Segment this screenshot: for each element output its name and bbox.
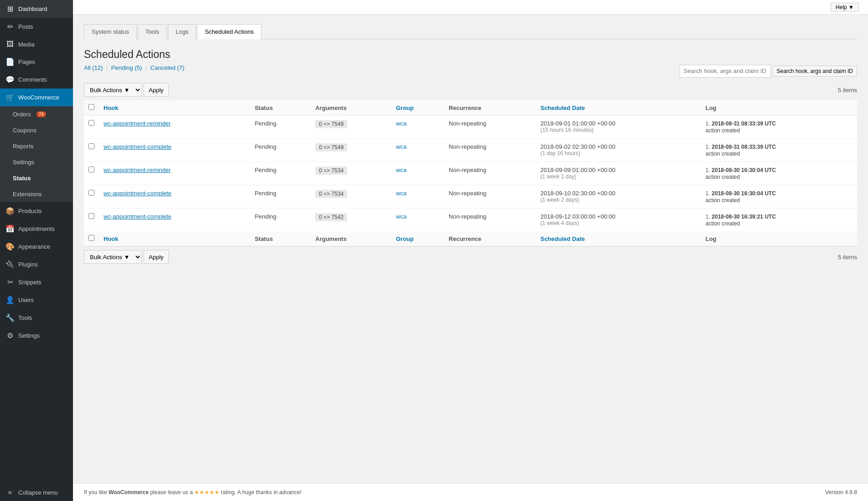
row-hook: wc-appointment-complete bbox=[99, 185, 250, 209]
row-checkbox-cell bbox=[84, 185, 99, 209]
hook-link-0[interactable]: wc-appointment-reminder bbox=[104, 120, 171, 127]
help-button[interactable]: Help ▼ bbox=[831, 3, 859, 12]
search-button[interactable]: Search hook, args and claim ID bbox=[773, 66, 857, 77]
select-all-checkbox[interactable] bbox=[88, 104, 94, 110]
collapse-icon: « bbox=[5, 488, 15, 496]
group-link-0[interactable]: wca bbox=[396, 120, 406, 127]
footer-version: Version 4.9.8 bbox=[825, 489, 857, 496]
sidebar-item-pages[interactable]: 📄 Pages bbox=[0, 53, 73, 71]
table-row: wc-appointment-complete Pending 0 => 753… bbox=[84, 185, 857, 209]
filter-canceled[interactable]: Canceled (7) bbox=[151, 64, 184, 71]
row-arguments: 0 => 7534 bbox=[311, 162, 391, 185]
row-log: 1. 2018-08-31 08:33:39 UTC action create… bbox=[701, 139, 857, 162]
tab-scheduled-actions[interactable]: Scheduled Actions bbox=[197, 24, 261, 39]
row-group: wca bbox=[391, 185, 444, 209]
table-toolbar-bottom: Bulk Actions ▼ Apply 5 items bbox=[84, 250, 857, 264]
hook-link-3[interactable]: wc-appointment-complete bbox=[104, 190, 172, 197]
settings-icon: ⚙ bbox=[5, 331, 15, 340]
row-arguments: 0 => 7549 bbox=[311, 115, 391, 139]
bulk-actions-select-top[interactable]: Bulk Actions ▼ bbox=[84, 83, 142, 97]
row-scheduled-date: 2018-09-09 01:00:00 +00:00 (1 week 1 day… bbox=[536, 162, 701, 185]
sidebar-item-media[interactable]: 🖼 Media bbox=[0, 36, 73, 53]
row-checkbox-1[interactable] bbox=[88, 143, 94, 149]
sidebar-item-users[interactable]: 👤 Users bbox=[0, 291, 73, 309]
group-link-2[interactable]: wca bbox=[396, 167, 406, 173]
content-area: System status Tools Logs Scheduled Actio… bbox=[73, 15, 868, 483]
media-icon: 🖼 bbox=[5, 40, 15, 48]
row-checkbox-cell bbox=[84, 115, 99, 139]
sidebar-item-snippets[interactable]: ✂ Snippets bbox=[0, 273, 73, 291]
sidebar-item-dashboard[interactable]: ⊞ Dashboard bbox=[0, 0, 73, 18]
topbar: Help ▼ bbox=[73, 0, 868, 15]
sidebar-item-extensions[interactable]: Extensions bbox=[0, 186, 73, 202]
row-status: Pending bbox=[250, 185, 311, 209]
arg-badge-4: 0 => 7542 bbox=[315, 213, 347, 221]
sidebar-item-comments[interactable]: 💬 Comments bbox=[0, 71, 73, 89]
bulk-actions-select-bottom[interactable]: Bulk Actions ▼ bbox=[84, 250, 142, 264]
hook-link-2[interactable]: wc-appointment-reminder bbox=[104, 167, 171, 173]
tools-icon: 🔧 bbox=[5, 313, 15, 322]
row-log: 1. 2018-08-30 16:30:04 UTC action create… bbox=[701, 185, 857, 209]
sidebar-item-settings[interactable]: Settings bbox=[0, 154, 73, 170]
comments-icon: 💬 bbox=[5, 75, 15, 84]
filter-pending[interactable]: Pending (5) bbox=[111, 64, 142, 71]
apply-button-bottom[interactable]: Apply bbox=[144, 250, 169, 264]
row-checkbox-4[interactable] bbox=[88, 213, 94, 219]
hook-sort-link[interactable]: Hook bbox=[104, 104, 119, 111]
scheduled-date-sort-link[interactable]: Scheduled Date bbox=[541, 104, 585, 111]
hook-sort-link-bottom[interactable]: Hook bbox=[104, 235, 119, 242]
table-row: wc-appointment-reminder Pending 0 => 753… bbox=[84, 162, 857, 185]
filter-links: All (12) | Pending (5) | Canceled (7) bbox=[84, 64, 184, 71]
sidebar-item-reports[interactable]: Reports bbox=[0, 138, 73, 154]
row-recurrence: Non-repeating bbox=[444, 139, 536, 162]
row-hook: wc-appointment-reminder bbox=[99, 162, 250, 185]
appointments-icon: 📅 bbox=[5, 224, 15, 233]
sidebar-item-appointments[interactable]: 📅 Appointments bbox=[0, 220, 73, 238]
arg-badge-1: 0 => 7549 bbox=[315, 143, 347, 151]
arg-badge-3: 0 => 7534 bbox=[315, 190, 347, 198]
filter-all[interactable]: All (12) bbox=[84, 64, 103, 71]
sidebar-item-status[interactable]: Status bbox=[0, 170, 73, 186]
row-group: wca bbox=[391, 162, 444, 185]
table-body: wc-appointment-reminder Pending 0 => 754… bbox=[84, 115, 857, 232]
sidebar-item-appearance[interactable]: 🎨 Appearance bbox=[0, 238, 73, 256]
row-hook: wc-appointment-complete bbox=[99, 209, 250, 232]
group-link-3[interactable]: wca bbox=[396, 190, 406, 197]
sidebar: ⊞ Dashboard ✏ Posts 🖼 Media 📄 Pages 💬 Co… bbox=[0, 0, 73, 501]
group-link-4[interactable]: wca bbox=[396, 213, 406, 220]
sidebar-item-posts[interactable]: ✏ Posts bbox=[0, 18, 73, 36]
group-link-1[interactable]: wca bbox=[396, 143, 406, 150]
scheduled-actions-table: Hook Status Arguments Group Recurrence S… bbox=[84, 100, 857, 246]
tab-system-status[interactable]: System status bbox=[84, 24, 137, 39]
row-checkbox-0[interactable] bbox=[88, 120, 94, 126]
tfoot-log: Log bbox=[701, 231, 857, 246]
sidebar-item-collapse[interactable]: « Collapse menu bbox=[0, 484, 73, 501]
row-checkbox-3[interactable] bbox=[88, 190, 94, 196]
sidebar-item-products[interactable]: 📦 Products bbox=[0, 202, 73, 220]
table-header-row: Hook Status Arguments Group Recurrence S… bbox=[84, 100, 857, 115]
sidebar-item-settings2[interactable]: ⚙ Settings bbox=[0, 327, 73, 344]
hook-link-4[interactable]: wc-appointment-complete bbox=[104, 213, 172, 220]
sidebar-item-orders[interactable]: Orders 74 bbox=[0, 106, 73, 122]
tabs-bar: System status Tools Logs Scheduled Actio… bbox=[84, 24, 857, 39]
apply-button-top[interactable]: Apply bbox=[144, 83, 169, 97]
select-all-checkbox-bottom[interactable] bbox=[88, 235, 94, 241]
posts-icon: ✏ bbox=[5, 22, 15, 31]
row-checkbox-2[interactable] bbox=[88, 167, 94, 172]
sidebar-item-tools[interactable]: 🔧 Tools bbox=[0, 309, 73, 327]
th-group: Group bbox=[391, 100, 444, 115]
table-toolbar-top: Bulk Actions ▼ Apply 5 items bbox=[84, 83, 857, 97]
search-input[interactable] bbox=[680, 65, 771, 78]
page-title: Scheduled Actions bbox=[84, 48, 857, 61]
group-sort-link[interactable]: Group bbox=[396, 104, 414, 111]
sidebar-item-plugins[interactable]: 🔌 Plugins bbox=[0, 256, 73, 273]
arg-badge-0: 0 => 7549 bbox=[315, 120, 347, 128]
sidebar-item-woocommerce[interactable]: 🛒 WooCommerce bbox=[0, 89, 73, 106]
hook-link-1[interactable]: wc-appointment-complete bbox=[104, 143, 172, 150]
row-recurrence: Non-repeating bbox=[444, 115, 536, 139]
tab-tools[interactable]: Tools bbox=[138, 24, 167, 39]
tab-logs[interactable]: Logs bbox=[168, 24, 196, 39]
table-footer-row: Hook Status Arguments Group Recurrence S… bbox=[84, 231, 857, 246]
sidebar-item-coupons[interactable]: Coupons bbox=[0, 122, 73, 138]
tfoot-scheduled-date: Scheduled Date bbox=[536, 231, 701, 246]
